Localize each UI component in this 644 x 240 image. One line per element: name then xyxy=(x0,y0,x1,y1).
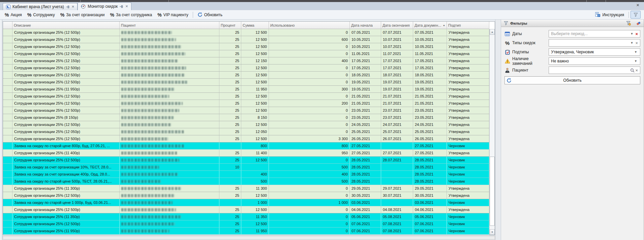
column-header-7[interactable]: Дата окончания xyxy=(381,22,413,29)
filter-discount-types-field[interactable]: ▼× xyxy=(549,39,640,47)
table-row[interactable]: Заявка на скидку по старой цене 500р, ТЕ… xyxy=(3,178,489,185)
column-header-8[interactable]: Дата докумен...▲ xyxy=(413,22,447,29)
cell-pct: 25 xyxy=(219,185,241,192)
filters-refresh-button[interactable]: Обновить xyxy=(504,76,640,84)
table-row[interactable]: Сотрудник организации 25% (12 500р)2512 … xyxy=(3,36,489,43)
toolbar-discount-button-3[interactable]: %За счет организации xyxy=(58,11,108,19)
clear-icon[interactable]: × xyxy=(635,41,639,46)
table-row[interactable]: Сотрудник организации 25% (12 500р)2512 … xyxy=(3,93,489,100)
close-window-icon[interactable]: × xyxy=(636,3,639,7)
table-row[interactable]: Сотрудник организации 25% (12 500р)2512 … xyxy=(3,100,489,107)
cell-doc: 28.05.2021 xyxy=(413,171,447,178)
cell-desc: Сотрудник организации 25% (12 500р) xyxy=(12,36,120,43)
cell-doc: 30.05.2021 xyxy=(413,192,447,199)
svg-text:?: ? xyxy=(598,15,600,17)
cell-used: 400 xyxy=(269,171,350,178)
column-header-2[interactable]: Пациент xyxy=(120,22,219,29)
table-row[interactable]: Сотрудник организации 25% (12 500р)2512 … xyxy=(3,43,489,50)
scroll-down-icon[interactable]: ▼ xyxy=(490,229,495,235)
cell-end: 23.07.2021 xyxy=(381,107,413,114)
cell-subtype: Утверждена xyxy=(447,100,489,107)
table-row[interactable]: Сотрудник организации 25% (11 950р)2511 … xyxy=(3,228,489,235)
table-row[interactable]: Сотрудник организации 25% (11 950р)2511 … xyxy=(3,86,489,93)
chevron-down-icon[interactable]: ▼ xyxy=(629,41,635,45)
tab-discount-monitor[interactable]: Монитор скидок × xyxy=(78,2,131,10)
table-row[interactable]: Сотрудник организации 25% (12 150р)2512 … xyxy=(3,57,489,64)
table-row[interactable]: Сотрудник организации 25% (12 500р)2512 … xyxy=(3,64,489,72)
cell-sum: 12 500 xyxy=(241,192,269,199)
table-row[interactable]: Сотрудник организации 25% (12 050р)2512 … xyxy=(3,128,489,135)
table-row[interactable]: Сотрудник организации 25% (12 500р)2512 … xyxy=(3,157,489,164)
cell-desc: Сотрудник организации 25% (12 500р) xyxy=(12,157,120,163)
clear-icon[interactable]: × xyxy=(635,68,639,73)
cell-end: 07.07.2021 xyxy=(381,29,413,36)
table-row[interactable]: Сотрудник организации 25% (12 500р)2512 … xyxy=(3,192,489,199)
patient-name-redacted xyxy=(121,173,178,176)
horizontal-scrollbar[interactable] xyxy=(3,236,495,240)
panel-splitter[interactable] xyxy=(495,20,501,240)
tab-doctor-cabinet[interactable]: Кабинет врача (Лист учета) × xyxy=(3,3,78,10)
filter-dates-field[interactable]: Выберите период...▼× xyxy=(549,30,640,37)
toolbar-discount-button-4[interactable]: %За счет сотрудника xyxy=(108,11,155,19)
funnel-icon xyxy=(504,21,508,25)
table-row[interactable]: Сотрудник организации 25% (12 500р)2512 … xyxy=(3,135,489,142)
instruction-button[interactable]: ? Инструкция xyxy=(592,11,627,18)
pin-icon[interactable] xyxy=(120,5,123,8)
table-row[interactable]: Сотрудник организации 25% (12 500р)2512 … xyxy=(3,72,489,79)
chevron-down-icon[interactable]: ▼ xyxy=(633,59,639,63)
cell-used: 500 xyxy=(269,178,350,185)
row-indicator-cell xyxy=(3,29,12,36)
patient-name-redacted xyxy=(121,201,173,204)
column-header-4[interactable]: Сумма xyxy=(241,22,269,29)
patient-name-redacted xyxy=(121,88,175,91)
table-row[interactable]: Сотрудник организации 25% (11 400р)2511 … xyxy=(3,150,489,157)
eraser-icon[interactable] xyxy=(636,21,641,25)
scrollbar-thumb[interactable] xyxy=(490,157,495,225)
scroll-up-icon[interactable]: ▲ xyxy=(490,29,495,35)
search-icon[interactable] xyxy=(630,68,635,73)
column-header-6[interactable]: Дата начала xyxy=(350,22,381,29)
toolbar-discount-button-5[interactable]: %VIP пациенту xyxy=(155,11,191,19)
pin-icon[interactable] xyxy=(66,5,70,9)
table-row[interactable]: Сотрудник организации 25% (12 500р)2512 … xyxy=(3,220,489,228)
filter-subtypes-field[interactable]: Утверждена, Черновик▼ xyxy=(549,48,640,56)
clear-red-icon[interactable]: × xyxy=(635,31,639,36)
chevron-down-icon[interactable]: ▼ xyxy=(633,50,639,54)
cell-doc: 28.05.2021 xyxy=(413,157,447,163)
save-filter-icon[interactable] xyxy=(626,21,631,26)
filter-remarks-field[interactable]: Не важно▼ xyxy=(549,57,640,65)
vertical-scrollbar[interactable]: ▲ ▼ xyxy=(489,29,495,235)
cell-doc: 18.05.2021 xyxy=(413,72,447,78)
table-row[interactable]: Сотрудник организации 25% (12 500р)2512 … xyxy=(3,121,489,128)
column-header-3[interactable]: Процент xyxy=(219,22,241,29)
table-row[interactable]: Сотрудник организации 25% (12 500р)2512 … xyxy=(3,107,489,114)
close-tab-icon[interactable]: × xyxy=(72,5,74,8)
table-row[interactable]: Сотрудник организации 25% (12 500р)2512 … xyxy=(3,79,489,86)
toolbar-discount-button-1[interactable]: %Акция xyxy=(2,11,25,19)
table-row[interactable]: Заявка на скидку по старой цене 800р, Бу… xyxy=(3,142,489,150)
column-header-9[interactable]: Подтип xyxy=(447,22,489,29)
table-row[interactable]: Сотрудник организации 25% (12 500р)2512 … xyxy=(3,206,489,213)
toolbar-discount-button-2[interactable]: %Сотруднику xyxy=(25,11,58,19)
table-row[interactable]: Сотрудник организации 25% (8 150р)258 15… xyxy=(3,114,489,121)
table-row[interactable]: Сотрудник организации 25% (11 300р)2511 … xyxy=(3,185,489,192)
filter-patient-field[interactable]: × xyxy=(549,66,640,74)
table-row[interactable]: Заявка на скидку за счет организации 10%… xyxy=(3,164,489,171)
table-row[interactable]: Сотрудник организации 25% (12 500р)2512 … xyxy=(3,29,489,36)
left-panel-edge[interactable] xyxy=(0,20,2,240)
patient-name-redacted xyxy=(121,180,161,183)
cell-end xyxy=(381,199,413,206)
cell-patient xyxy=(120,79,219,85)
column-header-1[interactable]: Описание xyxy=(12,22,120,29)
filter-panel-toggle-button[interactable] xyxy=(631,11,641,19)
close-tab-icon[interactable]: × xyxy=(125,5,128,8)
cell-sum: 12 500 xyxy=(241,79,269,85)
chevron-down-icon[interactable]: ▼ xyxy=(629,32,635,35)
column-header-5[interactable]: Использовано xyxy=(269,22,350,29)
refresh-button[interactable]: Обновить xyxy=(195,11,225,18)
table-row[interactable]: Заявка на скидку по старой цене 1 000р, … xyxy=(3,199,489,206)
cell-used: 300 xyxy=(269,86,350,92)
table-row[interactable]: Сотрудник организации 25% (12 500р)2512 … xyxy=(3,50,489,57)
table-row[interactable]: Заявка на скидку за счет организации 400… xyxy=(3,171,489,178)
table-row[interactable]: Сотрудник организации 25% (11 350р)2511 … xyxy=(3,213,489,220)
